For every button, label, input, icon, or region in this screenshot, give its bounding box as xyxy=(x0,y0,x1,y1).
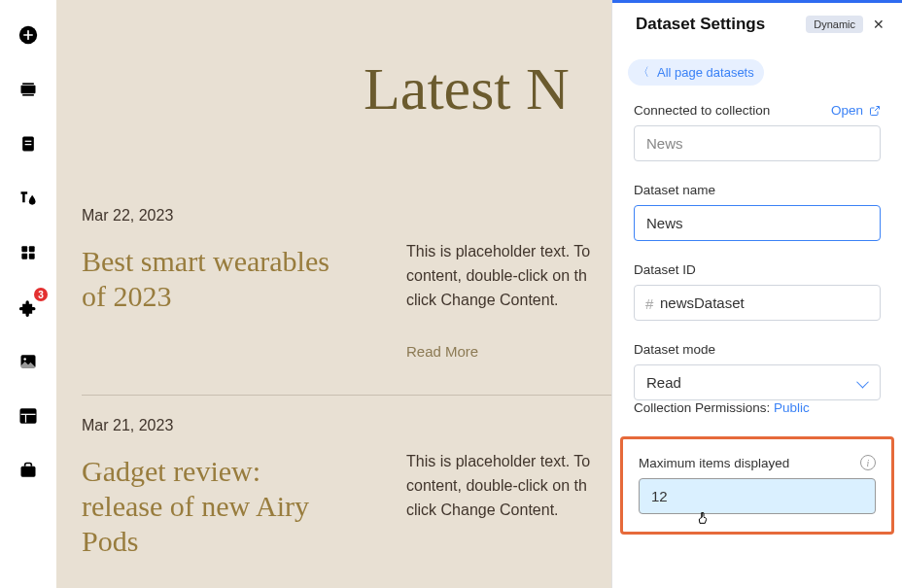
svg-rect-6 xyxy=(25,144,32,145)
article-title: Gadget review: release of new Airy Pods xyxy=(82,454,332,559)
info-icon[interactable]: i xyxy=(860,455,876,470)
cursor-icon xyxy=(696,509,711,530)
svg-rect-10 xyxy=(29,254,35,259)
table-icon[interactable] xyxy=(17,404,40,428)
permissions-link[interactable]: Public xyxy=(774,400,810,415)
collection-input[interactable] xyxy=(634,125,881,161)
article-date: Mar 21, 2023 xyxy=(82,417,332,434)
read-more-link[interactable]: Read More xyxy=(406,343,611,360)
article-item: Mar 22, 2023 Best smart wearables of 202… xyxy=(82,186,611,395)
breadcrumb-label: All page datasets xyxy=(657,65,754,80)
chevron-left-icon: 〈 xyxy=(638,64,649,81)
open-link[interactable]: Open xyxy=(831,103,881,118)
svg-rect-2 xyxy=(22,83,34,85)
badge: 3 xyxy=(34,288,48,301)
settings-panel: Dataset Settings Dynamic ✕ 〈 All page da… xyxy=(611,0,902,588)
left-sidebar: 3 xyxy=(0,0,56,588)
external-link-icon xyxy=(869,105,881,117)
permissions-label: Collection Permissions: xyxy=(634,400,774,415)
page-icon[interactable] xyxy=(17,132,40,156)
id-label: Dataset ID xyxy=(634,262,881,277)
svg-rect-9 xyxy=(21,254,27,259)
plugin-icon[interactable]: 3 xyxy=(17,295,40,319)
breadcrumb-back[interactable]: 〈 All page datasets xyxy=(628,59,764,86)
svg-rect-5 xyxy=(25,141,32,142)
dataset-id-input[interactable] xyxy=(634,285,881,321)
mode-label: Dataset mode xyxy=(634,342,881,357)
article-excerpt: This is placeholder text. To content, do… xyxy=(406,450,611,522)
svg-rect-8 xyxy=(29,246,35,252)
svg-rect-7 xyxy=(21,246,27,252)
dynamic-tag: Dynamic xyxy=(806,16,863,33)
article-excerpt: This is placeholder text. To content, do… xyxy=(406,240,611,312)
connected-label: Connected to collection xyxy=(634,103,770,118)
name-label: Dataset name xyxy=(634,183,881,197)
layers-icon[interactable] xyxy=(17,78,40,101)
panel-title: Dataset Settings xyxy=(636,15,765,34)
add-icon[interactable] xyxy=(17,23,40,47)
page-title: Latest N xyxy=(364,54,611,123)
svg-point-12 xyxy=(23,358,26,361)
open-label: Open xyxy=(831,103,863,118)
article-item: Mar 21, 2023 Gadget review: release of n… xyxy=(82,395,611,588)
max-items-input[interactable] xyxy=(639,478,876,514)
dataset-mode-select[interactable] xyxy=(634,364,881,400)
article-date: Mar 22, 2023 xyxy=(82,207,332,225)
panel-header: Dataset Settings Dynamic ✕ xyxy=(612,0,902,48)
svg-rect-13 xyxy=(21,409,36,422)
close-icon[interactable]: ✕ xyxy=(873,17,885,32)
article-title: Best smart wearables of 2023 xyxy=(82,244,332,314)
svg-rect-16 xyxy=(21,467,36,477)
dataset-name-input[interactable] xyxy=(634,205,881,241)
main-content: Latest N Mar 22, 2023 Best smart wearabl… xyxy=(56,0,611,588)
text-drop-icon[interactable] xyxy=(17,187,40,210)
briefcase-icon[interactable] xyxy=(17,459,40,482)
image-icon[interactable] xyxy=(17,350,40,373)
max-items-label: Maximum items displayed xyxy=(639,456,789,470)
max-items-section: Maximum items displayed i xyxy=(620,436,894,535)
grid-icon[interactable] xyxy=(17,241,40,264)
svg-rect-3 xyxy=(22,94,34,96)
svg-rect-1 xyxy=(21,86,36,93)
permissions-row: Collection Permissions: Public xyxy=(634,400,881,415)
